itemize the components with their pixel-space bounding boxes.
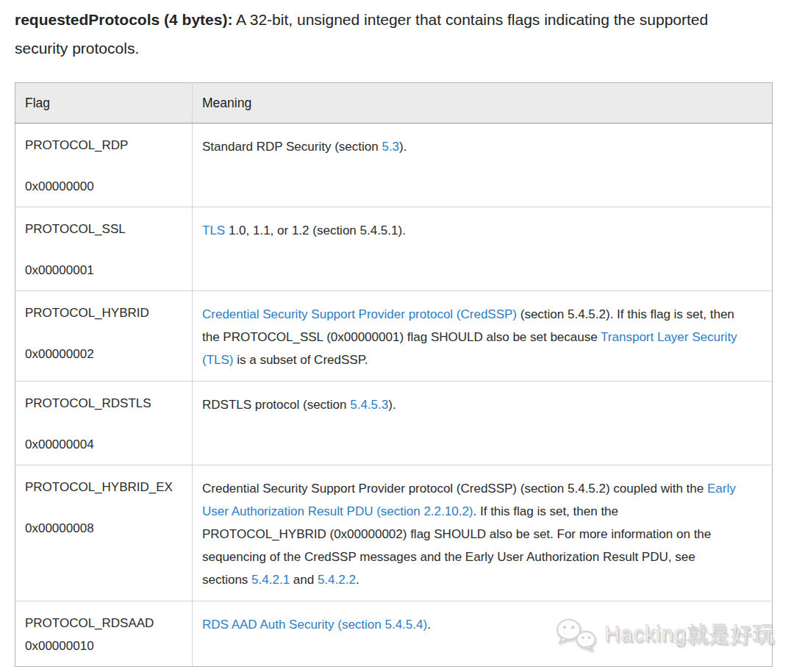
- table-row: PROTOCOL_SSL0x00000001TLS 1.0, 1.1, or 1…: [15, 207, 773, 291]
- flag-cell: PROTOCOL_RDSTLS0x00000004: [15, 382, 193, 465]
- meaning-text: is a subset of CredSSP.: [234, 353, 368, 367]
- flag-value: 0x00000002: [25, 344, 182, 365]
- protocol-flags-table: Flag Meaning PROTOCOL_RDP0x00000000Stand…: [15, 82, 773, 667]
- meaning-text: ).: [388, 398, 396, 412]
- meaning-cell: Credential Security Support Provider pro…: [193, 465, 773, 601]
- flag-cell: PROTOCOL_HYBRID_EX0x00000008: [15, 465, 193, 601]
- flag-name: PROTOCOL_RDSAAD: [25, 613, 182, 634]
- section-link[interactable]: 5.4.2.1: [251, 573, 290, 587]
- meaning-text: .: [356, 573, 360, 587]
- flag-cell: PROTOCOL_SSL0x00000001: [15, 207, 193, 291]
- meaning-column-header: Meaning: [193, 83, 773, 124]
- flag-value: 0x00000010: [25, 636, 182, 657]
- meaning-cell: RDS AAD Auth Security (section 5.4.5.4).: [193, 601, 773, 667]
- flag-name: PROTOCOL_SSL: [25, 219, 182, 240]
- flag-value: 0x00000008: [25, 518, 182, 539]
- meaning-text: ).: [399, 140, 407, 154]
- flag-name: PROTOCOL_RDP: [25, 135, 182, 156]
- table-row: PROTOCOL_HYBRID_EX0x00000008Credential S…: [15, 465, 773, 601]
- meaning-text: Standard RDP Security (section: [202, 140, 382, 154]
- document-page: requestedProtocols (4 bytes): A 32-bit, …: [0, 0, 794, 667]
- field-name-label: requestedProtocols (4 bytes):: [15, 11, 232, 28]
- section-link[interactable]: 5.4.5.3: [350, 398, 388, 412]
- table-body: PROTOCOL_RDP0x00000000Standard RDP Secur…: [15, 124, 773, 667]
- meaning-text: and: [290, 573, 318, 587]
- table-header-row: Flag Meaning: [15, 83, 773, 124]
- table-row: PROTOCOL_RDP0x00000000Standard RDP Secur…: [15, 124, 773, 207]
- section-link[interactable]: Credential Security Support Provider pro…: [202, 307, 517, 321]
- meaning-cell: TLS 1.0, 1.1, or 1.2 (section 5.4.5.1).: [193, 207, 773, 291]
- table-row: PROTOCOL_RDSTLS0x00000004RDSTLS protocol…: [15, 382, 773, 465]
- meaning-text: Credential Security Support Provider pro…: [202, 482, 707, 496]
- flag-cell: PROTOCOL_RDSAAD0x00000010: [15, 601, 193, 667]
- flag-value: 0x00000004: [25, 435, 182, 455]
- meaning-text: 1.0, 1.1, or 1.2 (section 5.4.5.1).: [225, 224, 406, 237]
- section-link[interactable]: 5.3: [382, 140, 399, 154]
- flag-value: 0x00000000: [25, 176, 182, 197]
- flag-cell: PROTOCOL_RDP0x00000000: [15, 124, 193, 207]
- section-link[interactable]: 5.4.2.2: [318, 573, 356, 587]
- intro-paragraph: requestedProtocols (4 bytes): A 32-bit, …: [15, 5, 744, 62]
- meaning-cell: Standard RDP Security (section 5.3).: [193, 124, 773, 207]
- flag-name: PROTOCOL_HYBRID_EX: [25, 477, 182, 498]
- flag-name: PROTOCOL_RDSTLS: [25, 393, 182, 414]
- flag-name: PROTOCOL_HYBRID: [25, 303, 182, 324]
- table-row: PROTOCOL_HYBRID0x00000002Credential Secu…: [15, 291, 773, 382]
- table-row: PROTOCOL_RDSAAD0x00000010RDS AAD Auth Se…: [15, 601, 773, 667]
- flag-cell: PROTOCOL_HYBRID0x00000002: [15, 291, 193, 382]
- meaning-text: RDSTLS protocol (section: [202, 398, 350, 412]
- meaning-cell: Credential Security Support Provider pro…: [193, 291, 773, 382]
- meaning-cell: RDSTLS protocol (section 5.4.5.3).: [193, 382, 773, 465]
- flag-column-header: Flag: [15, 83, 193, 124]
- section-link[interactable]: RDS AAD Auth Security (section 5.4.5.4): [202, 618, 427, 632]
- flag-value: 0x00000001: [25, 260, 182, 281]
- meaning-text: .: [427, 618, 431, 632]
- section-link[interactable]: TLS: [202, 224, 225, 237]
